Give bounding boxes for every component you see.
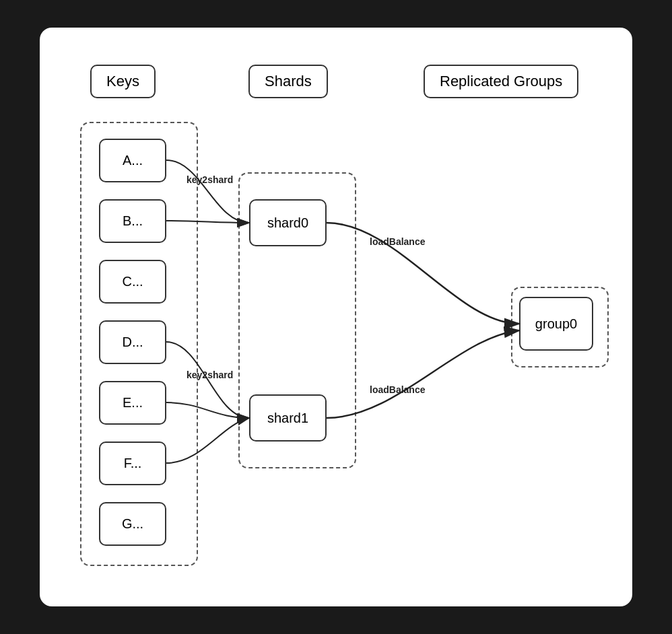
header-shards: Shards: [248, 65, 328, 98]
shards-label: Shards: [265, 73, 312, 90]
replicated-label: Replicated Groups: [440, 73, 562, 90]
diagram-container: Keys Shards Replicated Groups A... B... …: [40, 28, 632, 606]
key2shard-top-label: key2shard: [187, 174, 233, 185]
key-e-box: E...: [99, 381, 166, 425]
key-b-box: B...: [99, 199, 166, 243]
loadbalance-top-label: loadBalance: [370, 236, 425, 247]
key-g-box: G...: [99, 502, 166, 546]
key2shard-bot-label: key2shard: [187, 369, 233, 380]
header-replicated: Replicated Groups: [424, 65, 578, 98]
key-a-box: A...: [99, 139, 166, 182]
shard1-box: shard1: [249, 394, 327, 442]
key-f-box: F...: [99, 442, 166, 485]
key-c-box: C...: [99, 260, 166, 304]
loadbalance-bot-label: loadBalance: [370, 384, 425, 395]
key-d-box: D...: [99, 320, 166, 364]
header-keys: Keys: [90, 65, 156, 98]
group0-box: group0: [519, 297, 593, 351]
keys-label: Keys: [106, 73, 139, 90]
shard0-box: shard0: [249, 199, 327, 246]
